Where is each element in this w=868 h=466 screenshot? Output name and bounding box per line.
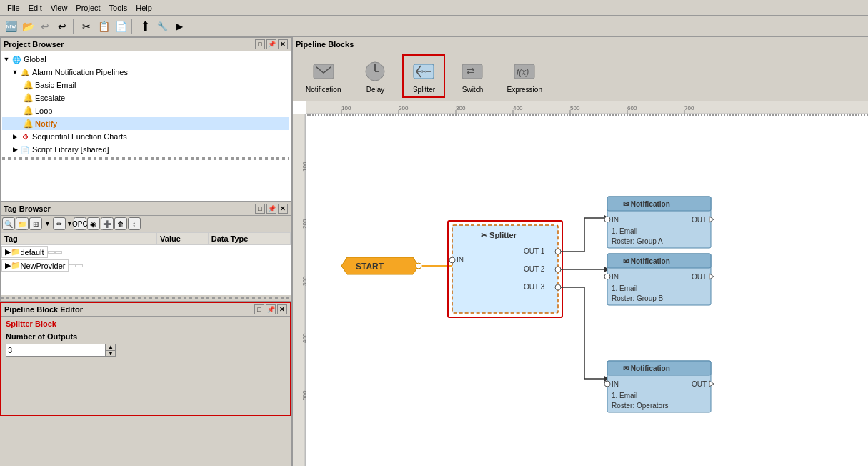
- project-browser-panel: Project Browser □ 📌 ✕ ▼ 🌐 Global ▼: [0, 37, 291, 202]
- script-icon: 📄: [19, 144, 31, 155]
- open-button[interactable]: 📂: [20, 19, 36, 34]
- alarm-label: Alarm Notification Pipelines: [32, 68, 128, 76]
- tag-row-provider[interactable]: ▶ 📁 NewProvider: [1, 259, 157, 272]
- tag-row-default[interactable]: ▶ 📁 default: [1, 245, 157, 259]
- tag-opc-btn[interactable]: OPC: [74, 217, 86, 230]
- restore-btn[interactable]: □: [255, 39, 265, 49]
- script-label: Script Library [shared]: [32, 145, 109, 154]
- num-outputs-wrap: ▲ ▼: [6, 344, 286, 357]
- menu-help[interactable]: Help: [131, 2, 156, 14]
- tag-search-btn[interactable]: 🔍: [2, 217, 15, 230]
- project-browser-header: Project Browser □ 📌 ✕: [1, 38, 291, 51]
- tool-splitter[interactable]: ✂ Splitter: [402, 54, 445, 98]
- tag-move-btn[interactable]: ↕: [128, 217, 141, 230]
- spinner-up[interactable]: ▲: [106, 344, 116, 350]
- cut-button[interactable]: ✂: [79, 19, 94, 34]
- scroll-indicator-1: [2, 157, 289, 160]
- notification-block-3[interactable]: ✉ Notification IN OUT 1. Email Roster: O…: [604, 361, 714, 412]
- tag-browser-panel: Tag Browser □ 📌 ✕ 🔍 📁 ⊞ ▼ ✏ ▼ OPC ◉ ➕ 🗑 …: [0, 202, 291, 302]
- tool-delay[interactable]: Delay: [354, 54, 396, 98]
- svg-text:1. Email: 1. Email: [612, 284, 637, 292]
- svg-text:Roster: Operators: Roster: Operators: [612, 402, 668, 410]
- editor-restore-btn[interactable]: □: [254, 304, 264, 314]
- editor-close-btn[interactable]: ✕: [277, 304, 287, 314]
- svg-point-63: [604, 274, 610, 279]
- switch-icon: ⇄: [459, 59, 485, 84]
- svg-text:✉ Notification: ✉ Notification: [623, 365, 670, 372]
- splitter-block[interactable]: ✂ Splitter IN OUT 1 OUT 2 OUT 3: [448, 221, 562, 317]
- svg-text:100: 100: [301, 162, 306, 172]
- global-icon: 🌐: [11, 54, 22, 65]
- svg-text:✂: ✂: [421, 69, 426, 75]
- separator-1: [73, 19, 76, 34]
- menu-project[interactable]: Project: [71, 2, 104, 14]
- tag-browse-btn[interactable]: 📁: [16, 217, 29, 230]
- tag-delete-btn[interactable]: 🗑: [114, 217, 127, 230]
- notification-block-2[interactable]: ✉ Notification IN OUT 1. Email Roster: G…: [604, 254, 714, 305]
- publish-button[interactable]: ⬆: [137, 19, 153, 34]
- pin-btn[interactable]: 📌: [266, 39, 276, 49]
- menu-tools[interactable]: Tools: [105, 2, 132, 14]
- tree-item-notify[interactable]: 🔔 Notify: [2, 117, 289, 130]
- toggle-global[interactable]: ▼: [2, 56, 11, 63]
- menu-edit[interactable]: Edit: [24, 2, 46, 14]
- undo-button[interactable]: ↩: [54, 19, 70, 34]
- email-icon: 🔔: [22, 79, 34, 91]
- svg-point-42: [449, 257, 455, 263]
- toggle-alarm[interactable]: ▼: [11, 69, 19, 76]
- num-outputs-label: Number of Outputs: [6, 332, 286, 341]
- splitter-icon: ✂: [411, 59, 437, 84]
- tag-browser-title: Tag Browser: [4, 204, 51, 213]
- notification-block-1[interactable]: ✉ Notification IN OUT 1. Email Roster: G…: [604, 197, 714, 248]
- svg-text:400: 400: [301, 333, 306, 343]
- notify-icon: 🔔: [22, 118, 34, 129]
- tag-filter-btn[interactable]: ◉: [87, 217, 100, 230]
- block-editor-panel: Pipeline Block Editor □ 📌 ✕ Splitter Blo…: [0, 302, 291, 416]
- save-button[interactable]: ↩: [37, 19, 53, 34]
- svg-point-72: [604, 381, 610, 387]
- tree-item-script[interactable]: ▶ 📄 Script Library [shared]: [2, 143, 289, 156]
- toggle-script[interactable]: ▶: [11, 146, 19, 153]
- editor-pin-btn[interactable]: 📌: [266, 304, 276, 314]
- spinner-down[interactable]: ▼: [106, 350, 116, 357]
- tree-item-loop[interactable]: 🔔 Loop: [2, 104, 289, 117]
- tool-expression[interactable]: f(x) Expression: [499, 54, 549, 98]
- svg-text:300: 300: [456, 105, 466, 111]
- toggle-seq[interactable]: ▶: [11, 133, 19, 140]
- expression-label: Expression: [507, 86, 542, 94]
- num-outputs-input[interactable]: [6, 344, 106, 357]
- svg-text:OUT: OUT: [692, 380, 707, 388]
- run-button[interactable]: ▶: [171, 19, 187, 34]
- tag-close-btn[interactable]: ✕: [278, 204, 288, 214]
- paste-button[interactable]: 📄: [113, 19, 129, 34]
- tag-table-btn[interactable]: ⊞: [29, 217, 42, 230]
- main-layout: Project Browser □ 📌 ✕ ▼ 🌐 Global ▼: [0, 37, 868, 466]
- tree-item-escalate[interactable]: 🔔 Escalate: [2, 91, 289, 104]
- tag-add-btn[interactable]: ➕: [101, 217, 114, 230]
- ruler-vertical: 100 200 300 400 500: [293, 114, 306, 466]
- tag-pin-btn[interactable]: 📌: [266, 204, 276, 214]
- copy-button[interactable]: 📋: [96, 19, 111, 34]
- tag-restore-btn[interactable]: □: [255, 204, 265, 214]
- start-block[interactable]: START: [341, 257, 421, 274]
- tree-item-seq[interactable]: ▶ ⚙ Sequential Function Charts: [2, 130, 289, 143]
- email-label: Basic Email: [35, 81, 76, 89]
- tree-item-alarm[interactable]: ▼ 🔔 Alarm Notification Pipelines: [2, 66, 289, 79]
- menu-file[interactable]: File: [3, 2, 24, 14]
- build-button[interactable]: 🔧: [154, 19, 170, 34]
- new-button[interactable]: 🆕: [3, 19, 19, 34]
- alarm-icon: 🔔: [19, 66, 31, 78]
- svg-text:✉ Notification: ✉ Notification: [623, 200, 670, 208]
- tree-item-email[interactable]: 🔔 Basic Email: [2, 79, 289, 91]
- svg-text:IN: IN: [612, 380, 619, 388]
- canvas-area[interactable]: 100 200 300 400 500 600 700: [293, 101, 868, 466]
- tool-switch[interactable]: ⇄ Switch: [451, 54, 494, 98]
- switch-label: Switch: [462, 86, 483, 94]
- tree-item-global[interactable]: ▼ 🌐 Global: [2, 53, 289, 66]
- tool-notification[interactable]: Notification: [299, 54, 348, 98]
- tag-edit-btn[interactable]: ✏: [53, 217, 66, 230]
- ruler-horizontal: 100 200 300 400 500 600 700: [306, 101, 868, 114]
- menu-view[interactable]: View: [46, 2, 72, 14]
- svg-text:START: START: [356, 262, 384, 272]
- close-btn[interactable]: ✕: [278, 39, 288, 49]
